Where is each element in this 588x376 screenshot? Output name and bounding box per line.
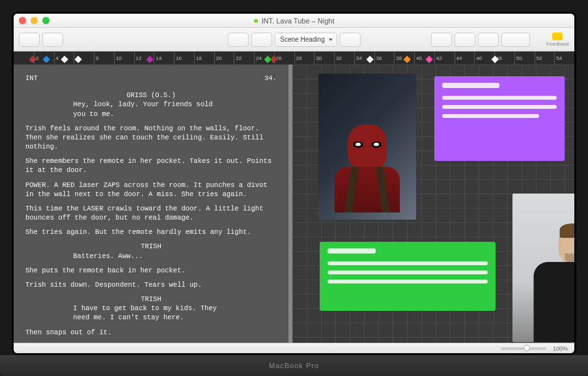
- ruler-tick: 30: [314, 51, 322, 65]
- toolbar-button[interactable]: [19, 33, 40, 47]
- toolbar-button[interactable]: [42, 33, 63, 47]
- screen: INT. Lava Tube – Night Scene Heading: [12, 12, 576, 355]
- toolbar-button[interactable]: [478, 33, 499, 47]
- script-action[interactable]: She remembers the remote in her pocket. …: [25, 156, 277, 175]
- zoom-value: 100%: [553, 345, 568, 352]
- ruler-tick: 24: [254, 51, 262, 65]
- toolbar-button[interactable]: [340, 33, 361, 47]
- element-type-value: Scene Heading: [280, 36, 324, 43]
- ruler-tick: 42: [434, 51, 442, 65]
- document-status-icon: [254, 19, 258, 23]
- script-action[interactable]: This time the LASER crawls toward the do…: [25, 204, 277, 222]
- ruler-tick: 54: [554, 51, 562, 65]
- ruler-tick: 16: [174, 51, 182, 65]
- traffic-lights: [19, 17, 49, 24]
- corkboard[interactable]: [292, 65, 574, 343]
- ruler-marker[interactable]: [403, 56, 410, 63]
- minimize-window-button[interactable]: [31, 17, 38, 24]
- ruler-tick: 32: [334, 51, 342, 65]
- laptop-frame: INT. Lava Tube – Night Scene Heading: [0, 0, 588, 376]
- ruler-tick: 36: [374, 51, 382, 65]
- toolbar-right-group: [431, 33, 530, 47]
- script-action[interactable]: She puts the remote back in her pocket.: [25, 266, 277, 275]
- ruler-tick: 50: [514, 51, 522, 65]
- script-character[interactable]: GRISS (O.S.): [25, 91, 277, 100]
- content-split: INT 34. GRISS (O.S.)Hey, look, lady. You…: [14, 65, 574, 343]
- ruler-tick: 8: [94, 51, 98, 65]
- script-dialogue[interactable]: Hey, look, lady. Your friends sold you t…: [73, 100, 229, 118]
- ruler-tick: 46: [474, 51, 482, 65]
- script-action[interactable]: Then snaps out of it.: [25, 328, 277, 337]
- status-bar: 100%: [14, 343, 574, 353]
- zoom-slider-thumb[interactable]: [524, 345, 530, 351]
- ruler-tick: 44: [455, 51, 462, 65]
- toolbar-button[interactable]: [227, 33, 248, 47]
- green-note[interactable]: [320, 242, 496, 311]
- toolbar-left-group: [19, 33, 63, 47]
- laptop-base: MacBook Pro: [0, 355, 588, 376]
- ruler-marker[interactable]: [61, 56, 68, 63]
- deadpool-image[interactable]: [318, 74, 416, 220]
- toolbar-center-group: Scene Heading: [227, 33, 360, 47]
- script-action[interactable]: Trish sits down. Despondent. Tears well …: [25, 280, 277, 289]
- close-window-button[interactable]: [19, 17, 26, 24]
- ruler-tick: 14: [154, 51, 161, 65]
- screenplay-editor[interactable]: INT 34. GRISS (O.S.)Hey, look, lady. You…: [14, 65, 288, 343]
- toolbar-button[interactable]: [455, 33, 475, 47]
- script-action[interactable]: POWER. A RED laser ZAPS across the room.…: [25, 181, 277, 199]
- ruler-tick: 34: [354, 51, 362, 65]
- ruler-marker[interactable]: [146, 56, 153, 63]
- document-title-text: INT. Lava Tube – Night: [262, 17, 335, 25]
- ruler-tick: 12: [134, 51, 142, 65]
- toolbar-button[interactable]: [431, 33, 452, 47]
- ruler-tick: 22: [234, 51, 242, 65]
- ruler-tick: 4: [54, 51, 59, 65]
- laptop-label: MacBook Pro: [269, 362, 319, 369]
- ruler-tick: 38: [394, 51, 402, 65]
- app-window: INT. Lava Tube – Night Scene Heading: [14, 14, 574, 353]
- toolbar-button[interactable]: [251, 33, 272, 47]
- feedback-icon: [552, 33, 563, 40]
- timeline-ruler[interactable]: 2468101214161820222426283032343638404244…: [14, 51, 574, 65]
- script-dialogue[interactable]: Batteries. Aww...: [73, 252, 229, 261]
- ruler-tick: 40: [414, 51, 422, 65]
- feedback-button[interactable]: Feedback: [546, 33, 569, 47]
- window-title: INT. Lava Tube – Night: [254, 17, 335, 25]
- script-body[interactable]: GRISS (O.S.)Hey, look, lady. Your friend…: [25, 91, 277, 343]
- ruler-marker[interactable]: [366, 56, 373, 63]
- script-dialogue[interactable]: I have to get back to my kids. They need…: [73, 304, 229, 322]
- ruler-marker[interactable]: [43, 56, 50, 63]
- script-character[interactable]: TRISH: [25, 295, 277, 304]
- man-image[interactable]: [512, 194, 574, 342]
- purple-note[interactable]: [434, 76, 565, 161]
- feedback-label: Feedback: [546, 41, 569, 47]
- ruler-tick: 20: [214, 51, 222, 65]
- toolbar-button[interactable]: [501, 33, 530, 47]
- script-action[interactable]: Trish feels around the room. Nothing on …: [25, 124, 277, 152]
- script-action[interactable]: She tries again. But the remote hardly e…: [25, 227, 277, 237]
- ruler-marker[interactable]: [425, 56, 432, 63]
- zoom-slider[interactable]: [501, 347, 546, 350]
- ruler-tick: 18: [194, 51, 202, 65]
- page-number: 34.: [264, 74, 277, 83]
- ruler-tick: 28: [294, 51, 302, 65]
- scene-header: INT 34.: [25, 74, 277, 83]
- element-type-select[interactable]: Scene Heading: [274, 33, 337, 47]
- script-character[interactable]: TRISH: [25, 242, 277, 251]
- titlebar: INT. Lava Tube – Night: [14, 14, 574, 28]
- ruler-tick: 52: [535, 51, 542, 65]
- toolbar: Scene Heading Feedback: [14, 28, 574, 51]
- maximize-window-button[interactable]: [42, 17, 49, 24]
- scene-heading: INT: [25, 74, 38, 83]
- ruler-tick: 10: [114, 51, 122, 65]
